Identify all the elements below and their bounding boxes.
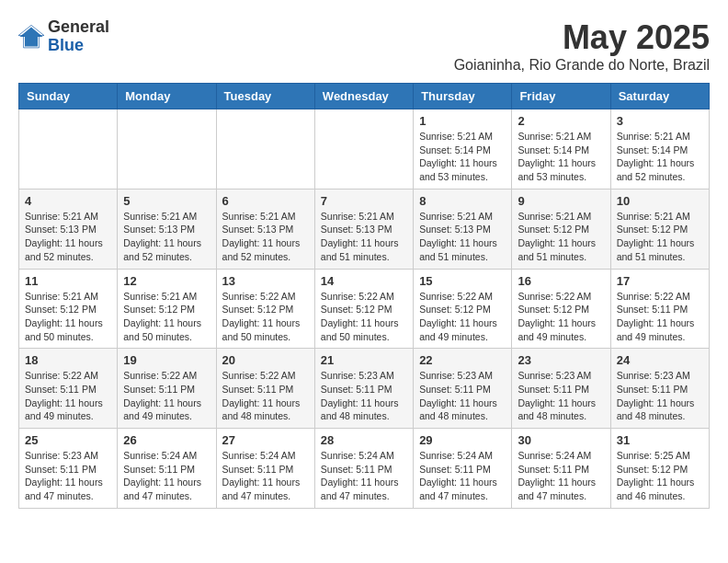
day-number: 4 — [25, 194, 111, 208]
day-info: Sunrise: 5:22 AM Sunset: 5:12 PM Dayligh… — [419, 290, 506, 344]
day-info: Sunrise: 5:25 AM Sunset: 5:12 PM Dayligh… — [617, 449, 703, 503]
logo: General Blue — [18, 18, 109, 55]
day-number: 13 — [222, 274, 309, 288]
calendar-cell: 15Sunrise: 5:22 AM Sunset: 5:12 PM Dayli… — [414, 269, 512, 349]
calendar-cell: 2Sunrise: 5:21 AM Sunset: 5:14 PM Daylig… — [512, 109, 610, 190]
day-info: Sunrise: 5:21 AM Sunset: 5:12 PM Dayligh… — [123, 290, 210, 344]
calendar-cell: 7Sunrise: 5:21 AM Sunset: 5:13 PM Daylig… — [314, 189, 413, 269]
day-number: 26 — [123, 433, 210, 447]
calendar-cell: 18Sunrise: 5:22 AM Sunset: 5:11 PM Dayli… — [19, 349, 118, 429]
calendar-cell — [19, 109, 118, 190]
calendar-header-friday: Friday — [512, 84, 610, 109]
day-number: 27 — [222, 433, 309, 447]
day-info: Sunrise: 5:23 AM Sunset: 5:11 PM Dayligh… — [321, 369, 407, 423]
calendar-cell: 22Sunrise: 5:23 AM Sunset: 5:11 PM Dayli… — [414, 349, 512, 429]
logo-text: General Blue — [48, 18, 109, 55]
calendar-cell: 29Sunrise: 5:24 AM Sunset: 5:11 PM Dayli… — [414, 429, 512, 509]
calendar-header-tuesday: Tuesday — [216, 84, 314, 109]
month-title: May 2025 — [454, 18, 710, 57]
calendar-cell: 21Sunrise: 5:23 AM Sunset: 5:11 PM Dayli… — [314, 349, 413, 429]
day-number: 18 — [25, 353, 111, 367]
day-number: 11 — [25, 274, 111, 288]
day-number: 9 — [518, 194, 604, 208]
day-info: Sunrise: 5:21 AM Sunset: 5:14 PM Dayligh… — [419, 130, 506, 184]
calendar-cell — [314, 109, 413, 190]
calendar-header-row: SundayMondayTuesdayWednesdayThursdayFrid… — [19, 84, 710, 109]
day-number: 30 — [518, 433, 604, 447]
day-number: 19 — [123, 353, 210, 367]
calendar-cell: 19Sunrise: 5:22 AM Sunset: 5:11 PM Dayli… — [118, 349, 216, 429]
calendar-cell: 10Sunrise: 5:21 AM Sunset: 5:12 PM Dayli… — [610, 189, 709, 269]
day-number: 16 — [518, 274, 604, 288]
calendar-week-row: 18Sunrise: 5:22 AM Sunset: 5:11 PM Dayli… — [19, 349, 710, 429]
calendar-cell: 12Sunrise: 5:21 AM Sunset: 5:12 PM Dayli… — [118, 269, 216, 349]
day-info: Sunrise: 5:24 AM Sunset: 5:11 PM Dayligh… — [518, 449, 604, 503]
calendar-cell: 30Sunrise: 5:24 AM Sunset: 5:11 PM Dayli… — [512, 429, 610, 509]
calendar-cell — [118, 109, 216, 190]
calendar-cell: 6Sunrise: 5:21 AM Sunset: 5:13 PM Daylig… — [216, 189, 314, 269]
calendar-cell: 31Sunrise: 5:25 AM Sunset: 5:12 PM Dayli… — [610, 429, 709, 509]
day-info: Sunrise: 5:23 AM Sunset: 5:11 PM Dayligh… — [25, 449, 111, 503]
day-info: Sunrise: 5:21 AM Sunset: 5:13 PM Dayligh… — [419, 210, 506, 264]
day-number: 24 — [617, 353, 703, 367]
day-info: Sunrise: 5:23 AM Sunset: 5:11 PM Dayligh… — [419, 369, 506, 423]
day-number: 10 — [617, 194, 703, 208]
calendar-cell: 4Sunrise: 5:21 AM Sunset: 5:13 PM Daylig… — [19, 189, 118, 269]
day-info: Sunrise: 5:21 AM Sunset: 5:14 PM Dayligh… — [518, 130, 604, 184]
day-info: Sunrise: 5:21 AM Sunset: 5:14 PM Dayligh… — [617, 130, 703, 184]
day-number: 22 — [419, 353, 506, 367]
calendar-cell: 5Sunrise: 5:21 AM Sunset: 5:13 PM Daylig… — [118, 189, 216, 269]
day-number: 8 — [419, 194, 506, 208]
day-number: 21 — [321, 353, 407, 367]
page-header: General Blue May 2025 Goianinha, Rio Gra… — [18, 18, 710, 74]
logo-icon — [18, 24, 44, 50]
svg-marker-0 — [19, 27, 42, 46]
title-block: May 2025 Goianinha, Rio Grande do Norte,… — [454, 18, 710, 74]
day-number: 20 — [222, 353, 309, 367]
calendar-cell: 28Sunrise: 5:24 AM Sunset: 5:11 PM Dayli… — [314, 429, 413, 509]
day-number: 29 — [419, 433, 506, 447]
day-info: Sunrise: 5:21 AM Sunset: 5:13 PM Dayligh… — [123, 210, 210, 264]
day-info: Sunrise: 5:22 AM Sunset: 5:11 PM Dayligh… — [617, 290, 703, 344]
day-info: Sunrise: 5:24 AM Sunset: 5:11 PM Dayligh… — [123, 449, 210, 503]
day-info: Sunrise: 5:22 AM Sunset: 5:11 PM Dayligh… — [25, 369, 111, 423]
day-number: 14 — [321, 274, 407, 288]
calendar-header-wednesday: Wednesday — [314, 84, 413, 109]
day-info: Sunrise: 5:24 AM Sunset: 5:11 PM Dayligh… — [321, 449, 407, 503]
day-info: Sunrise: 5:24 AM Sunset: 5:11 PM Dayligh… — [222, 449, 309, 503]
calendar-cell: 8Sunrise: 5:21 AM Sunset: 5:13 PM Daylig… — [414, 189, 512, 269]
calendar-cell: 23Sunrise: 5:23 AM Sunset: 5:11 PM Dayli… — [512, 349, 610, 429]
calendar-week-row: 4Sunrise: 5:21 AM Sunset: 5:13 PM Daylig… — [19, 189, 710, 269]
day-number: 2 — [518, 114, 604, 128]
logo-general-text: General — [48, 18, 109, 37]
calendar-cell: 20Sunrise: 5:22 AM Sunset: 5:11 PM Dayli… — [216, 349, 314, 429]
day-info: Sunrise: 5:21 AM Sunset: 5:12 PM Dayligh… — [617, 210, 703, 264]
day-info: Sunrise: 5:21 AM Sunset: 5:12 PM Dayligh… — [25, 290, 111, 344]
calendar-cell: 24Sunrise: 5:23 AM Sunset: 5:11 PM Dayli… — [610, 349, 709, 429]
day-info: Sunrise: 5:23 AM Sunset: 5:11 PM Dayligh… — [518, 369, 604, 423]
calendar-cell: 3Sunrise: 5:21 AM Sunset: 5:14 PM Daylig… — [610, 109, 709, 190]
calendar-header-sunday: Sunday — [19, 84, 118, 109]
day-info: Sunrise: 5:21 AM Sunset: 5:12 PM Dayligh… — [518, 210, 604, 264]
day-number: 5 — [123, 194, 210, 208]
day-info: Sunrise: 5:21 AM Sunset: 5:13 PM Dayligh… — [321, 210, 407, 264]
day-number: 6 — [222, 194, 309, 208]
calendar-cell: 26Sunrise: 5:24 AM Sunset: 5:11 PM Dayli… — [118, 429, 216, 509]
day-info: Sunrise: 5:21 AM Sunset: 5:13 PM Dayligh… — [25, 210, 111, 264]
day-info: Sunrise: 5:22 AM Sunset: 5:11 PM Dayligh… — [123, 369, 210, 423]
day-number: 3 — [617, 114, 703, 128]
day-number: 25 — [25, 433, 111, 447]
calendar-header-saturday: Saturday — [610, 84, 709, 109]
day-number: 12 — [123, 274, 210, 288]
day-number: 23 — [518, 353, 604, 367]
calendar-cell: 16Sunrise: 5:22 AM Sunset: 5:12 PM Dayli… — [512, 269, 610, 349]
day-number: 31 — [617, 433, 703, 447]
day-info: Sunrise: 5:22 AM Sunset: 5:11 PM Dayligh… — [222, 369, 309, 423]
day-number: 1 — [419, 114, 506, 128]
calendar-cell: 1Sunrise: 5:21 AM Sunset: 5:14 PM Daylig… — [414, 109, 512, 190]
location-title: Goianinha, Rio Grande do Norte, Brazil — [454, 57, 710, 74]
calendar-cell — [216, 109, 314, 190]
calendar-cell: 13Sunrise: 5:22 AM Sunset: 5:12 PM Dayli… — [216, 269, 314, 349]
calendar-cell: 14Sunrise: 5:22 AM Sunset: 5:12 PM Dayli… — [314, 269, 413, 349]
calendar-cell: 9Sunrise: 5:21 AM Sunset: 5:12 PM Daylig… — [512, 189, 610, 269]
